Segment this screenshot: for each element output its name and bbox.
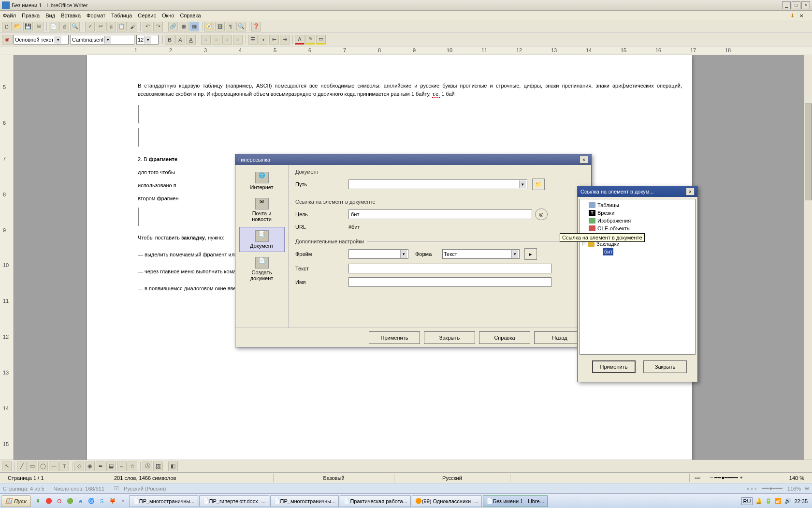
ql-opera-icon[interactable]: O — [55, 496, 64, 506]
task-item-1[interactable]: 📄 ПР_гипертекст.docx -... — [199, 495, 269, 507]
curve-icon[interactable]: 〰 — [49, 462, 58, 471]
status-view-icons[interactable]: ▫▫▫ — [690, 474, 705, 482]
events-button[interactable]: ▸ — [524, 248, 537, 260]
ql-utorrent-icon[interactable]: ⬇ — [33, 496, 43, 506]
styles-icon[interactable]: ◉ — [2, 35, 13, 45]
menu-format[interactable]: Формат — [87, 13, 105, 18]
italic-icon[interactable]: A — [175, 35, 185, 45]
apply-button[interactable]: Применить — [592, 360, 636, 373]
task-item-0[interactable]: 📄 ПР_многостраничны... — [129, 495, 198, 507]
tray-icon[interactable]: 🔔 — [755, 498, 762, 504]
start-button[interactable]: 🪟 Пуск — [1, 495, 31, 507]
update-icon[interactable]: ⬇ — [790, 13, 795, 19]
dialog-close-button[interactable]: × — [686, 188, 695, 195]
print-icon[interactable]: 🖨 — [59, 22, 69, 31]
task-item-5[interactable]: 📄 Без имени 1 - Libre... — [483, 495, 548, 507]
bold-icon[interactable]: B — [165, 35, 174, 45]
cut-icon[interactable]: ✂ — [96, 22, 105, 31]
save-icon[interactable]: 💾 — [23, 22, 33, 31]
font-size-combo[interactable]: 12 — [136, 35, 159, 45]
type-internet[interactable]: 🌐Интернет — [239, 169, 285, 193]
form-combo[interactable]: Текст — [442, 249, 520, 259]
arrows-icon[interactable]: ➨ — [96, 462, 105, 471]
dialog-close-button[interactable]: × — [580, 156, 588, 164]
callout-icon[interactable]: ◇ — [74, 462, 84, 471]
ql-ie-icon[interactable]: e — [76, 496, 86, 506]
ql-more[interactable]: » — [118, 496, 128, 506]
brush-icon[interactable]: 🖌 — [128, 22, 137, 31]
table-icon[interactable]: ▦ — [179, 22, 188, 31]
tray-time[interactable]: 22:35 — [794, 498, 808, 504]
new-icon[interactable]: 🗋 — [2, 22, 12, 31]
target-browse-button[interactable]: ◎ — [535, 209, 548, 220]
align-right-icon[interactable]: ≡ — [222, 35, 232, 45]
grid-icon[interactable]: ▦ — [189, 22, 199, 31]
tray-icon[interactable]: 📶 — [775, 498, 782, 504]
line-icon[interactable]: ╱ — [17, 462, 27, 471]
gallery-icon[interactable]: 🖼 — [215, 22, 225, 31]
menu-help[interactable]: Справка — [180, 13, 201, 18]
copy-icon[interactable]: ⎘ — [106, 22, 116, 31]
font-color-icon[interactable]: A — [295, 35, 304, 45]
type-new-document[interactable]: 📄Создать документ — [239, 254, 285, 284]
indent-inc-icon[interactable]: ⇥ — [280, 35, 290, 45]
open-icon[interactable]: 📂 — [13, 22, 22, 31]
shapes-icon[interactable]: ◉ — [85, 462, 95, 471]
align-left-icon[interactable]: ≡ — [201, 35, 211, 45]
menu-window[interactable]: Окно — [162, 13, 174, 18]
task-item-3[interactable]: 📄 Практическая работа... — [340, 495, 410, 507]
ql-firefox-icon[interactable]: 🦊 — [108, 496, 117, 506]
align-justify-icon[interactable]: ≡ — [233, 35, 243, 45]
align-center-icon[interactable]: ≡ — [212, 35, 221, 45]
close-button[interactable]: Закрыть — [424, 331, 475, 344]
tray-icon[interactable]: 🔋 — [765, 498, 772, 504]
nav-icon[interactable]: 🧭 — [204, 22, 214, 31]
font-name-combo[interactable]: Cambria;serif — [71, 35, 134, 45]
vertical-scrollbar[interactable] — [804, 55, 812, 481]
frame-combo[interactable] — [348, 249, 408, 259]
tree-bookmark-bit[interactable]: бит — [582, 248, 693, 255]
rect-icon[interactable]: ▭ — [28, 462, 37, 471]
maximize-button[interactable]: □ — [792, 1, 800, 9]
help-button[interactable]: Справка — [479, 331, 530, 344]
type-document[interactable]: 📑Документ — [239, 227, 285, 252]
tray-lang[interactable]: RU — [741, 497, 753, 505]
undo-icon[interactable]: ↶ — [143, 22, 152, 31]
connectors-icon[interactable]: ↔ — [117, 462, 127, 471]
apply-button[interactable]: Применить — [369, 331, 420, 344]
extrude-icon[interactable]: ◧ — [168, 462, 178, 471]
scrollbar-thumb[interactable] — [805, 104, 812, 200]
source-icon[interactable]: ¶ — [226, 22, 235, 31]
ql-app2-icon[interactable]: 🌀 — [87, 496, 96, 506]
email-icon[interactable]: ✉ — [34, 22, 44, 31]
collapse-icon[interactable]: − — [582, 242, 586, 246]
close-button[interactable]: × — [801, 1, 810, 9]
highlight-icon[interactable]: ✎ — [305, 35, 315, 45]
ql-chrome-icon[interactable]: 🔴 — [44, 496, 54, 506]
tray-volume-icon[interactable]: 🔊 — [784, 498, 791, 504]
numbering-icon[interactable]: ☰ — [248, 35, 258, 45]
spell-icon[interactable]: ✓ — [85, 22, 95, 31]
status-lang[interactable]: Русский — [394, 474, 510, 482]
paste-icon[interactable]: 📋 — [117, 22, 127, 31]
browse-folder-button[interactable]: 📁 — [532, 179, 545, 190]
type-mail[interactable]: ✉Почта и новости — [239, 195, 285, 225]
close-doc-button[interactable]: × — [799, 12, 803, 19]
status-zoom[interactable]: 140 % — [783, 474, 809, 482]
menu-edit[interactable]: Правка — [22, 13, 40, 18]
ql-skype-icon[interactable]: S — [97, 496, 107, 506]
name-input[interactable] — [348, 277, 551, 287]
minimize-button[interactable]: _ — [782, 1, 791, 9]
tree-images[interactable]: Изображения — [582, 217, 693, 224]
redo-icon[interactable]: ↷ — [153, 22, 163, 31]
task-item-4[interactable]: 🟠 (99) Одноклассники -... — [412, 495, 482, 507]
path-combo[interactable] — [348, 179, 527, 189]
underline-icon[interactable]: A — [186, 35, 196, 45]
image-icon[interactable]: 🖼 — [153, 462, 163, 471]
preview-icon[interactable]: 🔍 — [70, 22, 80, 31]
ql-app1-icon[interactable]: 🟢 — [65, 496, 75, 506]
menu-view[interactable]: Вид — [45, 13, 55, 18]
text-input[interactable] — [348, 264, 551, 273]
tree-frames[interactable]: TВрезки — [582, 209, 693, 217]
help-icon[interactable]: ❓ — [251, 22, 261, 31]
